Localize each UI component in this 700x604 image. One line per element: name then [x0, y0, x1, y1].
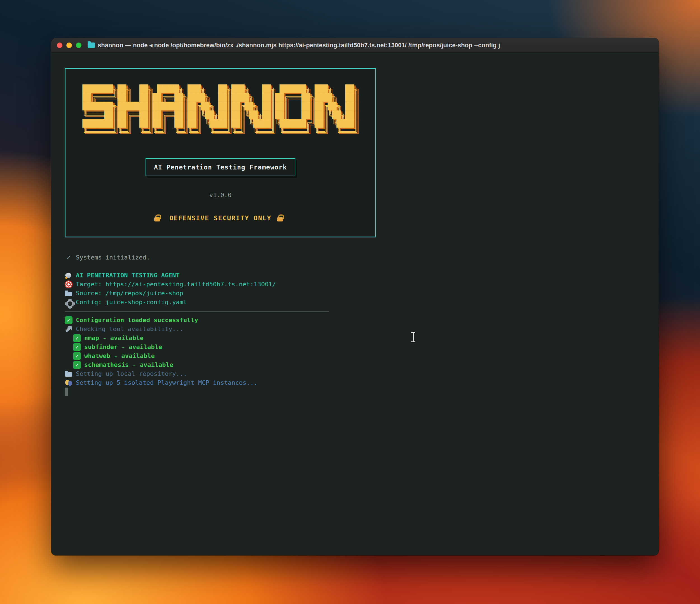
folder-icon: [65, 289, 73, 297]
divider: [65, 307, 658, 316]
security-notice-line: DEFENSIVE SECURITY ONLY: [66, 214, 375, 222]
terminal-cursor: [65, 388, 68, 396]
log-line-whatweb: whatweb - available: [65, 351, 658, 361]
framework-label-box: AI Penetration Testing Framework: [146, 158, 295, 176]
folder-icon: [65, 370, 73, 378]
log-text: Configuration loaded successfully: [76, 316, 198, 325]
minimize-button[interactable]: [66, 43, 72, 48]
ascii-art-wrap: ███████╗██╗ ██╗ █████╗ ███╗ ██╗███╗ ██╗ …: [82, 84, 358, 136]
version-label: v1.0.0: [66, 191, 375, 200]
log-line-nmap: nmap - available: [65, 334, 658, 343]
log-text: nmap - available: [84, 334, 144, 343]
log-line-source: Source: /tmp/repos/juice-shop: [65, 289, 658, 298]
wrench-icon: [65, 325, 73, 333]
zoom-button[interactable]: [76, 43, 81, 48]
terminal-log: Systems initialized. AI PENETRATION TEST…: [65, 253, 658, 396]
log-text: AI PENETRATION TESTING AGENT: [76, 271, 180, 280]
check-icon: [73, 361, 81, 369]
log-line-systems-initialized: Systems initialized.: [65, 253, 658, 262]
log-line-local-repo: Setting up local repository...: [65, 369, 658, 378]
traffic-lights: [57, 43, 81, 48]
source-label: Source:: [76, 289, 102, 298]
gear-icon: [65, 298, 73, 306]
log-line-target: Target: https://ai-pentesting.tailfd50b7…: [65, 280, 658, 289]
log-line-checking-tools: Checking tool availability...: [65, 325, 658, 334]
target-value: https://ai-pentesting.tailfd50b7.ts.net:…: [105, 280, 276, 289]
check-icon: [73, 343, 81, 351]
log-line-config-loaded: Configuration loaded successfully: [65, 316, 658, 325]
terminal-content[interactable]: ███████╗██╗ ██╗ █████╗ ███╗ ██╗███╗ ██╗ …: [51, 53, 658, 555]
log-text: whatweb - available: [84, 351, 155, 361]
log-text: subfinder - available: [84, 343, 162, 351]
target-label: Target:: [76, 280, 102, 289]
mouse-ibeam-cursor: [410, 332, 416, 342]
window-titlebar[interactable]: shannon — node ◂ node /opt/homebrew/bin/…: [51, 38, 658, 53]
log-line-subfinder: subfinder - available: [65, 343, 658, 351]
source-value: /tmp/repos/juice-shop: [105, 289, 183, 298]
check-icon: [73, 334, 81, 342]
lock-icon: [276, 214, 284, 222]
log-text: Checking tool availability...: [76, 325, 183, 334]
framework-label: AI Penetration Testing Framework: [154, 164, 287, 171]
check-icon: [65, 316, 73, 324]
masks-icon: [65, 379, 73, 387]
blank-line: [65, 262, 658, 271]
rocket-icon: [65, 271, 73, 279]
window-title: shannon — node ◂ node /opt/homebrew/bin/…: [98, 42, 653, 49]
cursor-line: [65, 387, 658, 396]
config-label: Config:: [76, 298, 102, 307]
log-text: Setting up local repository...: [76, 369, 187, 378]
log-line-config: Config: juice-shop-config.yaml: [65, 298, 658, 307]
checkmark-icon: [65, 254, 73, 261]
close-button[interactable]: [57, 43, 62, 48]
check-icon: [73, 352, 81, 360]
log-line-schemathesis: schemathesis - available: [65, 361, 658, 369]
desktop-wallpaper: shannon — node ◂ node /opt/homebrew/bin/…: [0, 0, 700, 604]
log-text: schemathesis - available: [84, 361, 173, 369]
config-value: juice-shop-config.yaml: [105, 298, 187, 307]
log-line-playwright-mcp: Setting up 5 isolated Playwright MCP ins…: [65, 378, 658, 387]
log-line-agent-heading: AI PENETRATION TESTING AGENT: [65, 271, 658, 280]
lock-icon: [153, 214, 161, 222]
folder-icon: [88, 43, 95, 48]
security-notice: DEFENSIVE SECURITY ONLY: [169, 214, 272, 222]
target-icon: [65, 281, 73, 288]
banner-box: ███████╗██╗ ██╗ █████╗ ███╗ ██╗███╗ ██╗ …: [65, 68, 376, 237]
log-text: Setting up 5 isolated Playwright MCP ins…: [76, 378, 257, 387]
log-text: Systems initialized.: [76, 253, 150, 262]
ascii-art-shannon: ███████╗██╗ ██╗ █████╗ ███╗ ██╗███╗ ██╗ …: [82, 84, 358, 136]
terminal-window: shannon — node ◂ node /opt/homebrew/bin/…: [51, 38, 658, 555]
